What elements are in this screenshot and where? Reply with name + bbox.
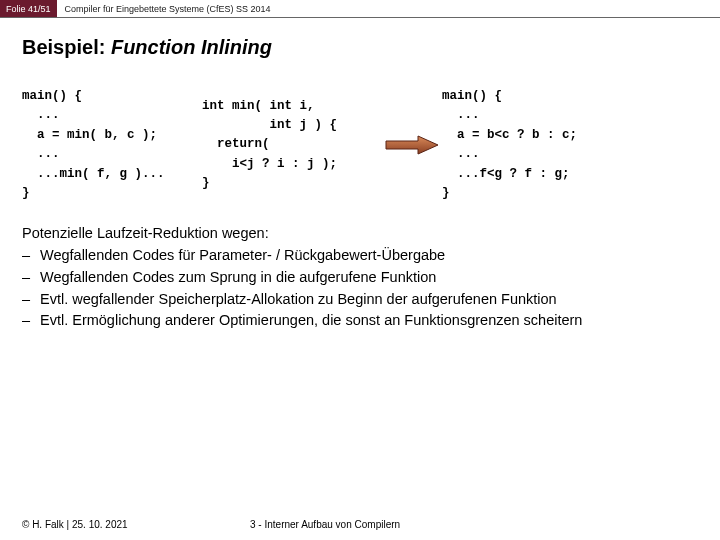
code-function: int min( int i, int j ) { return( i<j ? … — [202, 97, 382, 194]
code-row: main() { ... a = min( b, c ); ... ...min… — [22, 87, 698, 203]
slide-title: Beispiel: Function Inlining — [22, 36, 698, 59]
course-title: Compiler für Eingebettete Systeme (CfES)… — [57, 0, 279, 17]
code-before: main() { ... a = min( b, c ); ... ...min… — [22, 87, 202, 203]
title-prefix: Beispiel: — [22, 36, 111, 58]
arrow-wrap — [382, 134, 442, 156]
svg-marker-0 — [386, 136, 438, 154]
body-intro: Potenzielle Laufzeit-Reduktion wegen: — [22, 223, 698, 245]
body-text: Potenzielle Laufzeit-Reduktion wegen: –W… — [22, 223, 698, 332]
body-item: –Evtl. wegfallender Speicherplatz-Alloka… — [22, 289, 698, 311]
slide-content: Beispiel: Function Inlining main() { ...… — [0, 18, 720, 332]
body-item: –Wegfallenden Codes zum Sprung in die au… — [22, 267, 698, 289]
header-bar: Folie 41/51 Compiler für Eingebettete Sy… — [0, 0, 720, 18]
body-item-text: Wegfallenden Codes zum Sprung in die auf… — [40, 267, 436, 289]
code-after: main() { ... a = b<c ? b : c; ... ...f<g… — [442, 87, 617, 203]
slide-number-badge: Folie 41/51 — [0, 0, 57, 17]
body-item-text: Evtl. Ermöglichung anderer Optimierungen… — [40, 310, 582, 332]
arrow-right-icon — [384, 134, 440, 156]
dash-icon: – — [22, 310, 40, 332]
body-item-text: Wegfallenden Codes für Parameter- / Rück… — [40, 245, 445, 267]
body-item-text: Evtl. wegfallender Speicherplatz-Allokat… — [40, 289, 557, 311]
dash-icon: – — [22, 245, 40, 267]
title-emphasis: Function Inlining — [111, 36, 272, 58]
body-item: –Evtl. Ermöglichung anderer Optimierunge… — [22, 310, 698, 332]
footer-chapter: 3 - Interner Aufbau von Compilern — [240, 519, 720, 530]
dash-icon: – — [22, 289, 40, 311]
footer-copyright: © H. Falk | 25. 10. 2021 — [0, 519, 240, 530]
body-item: –Wegfallenden Codes für Parameter- / Rüc… — [22, 245, 698, 267]
dash-icon: – — [22, 267, 40, 289]
footer: © H. Falk | 25. 10. 2021 3 - Interner Au… — [0, 519, 720, 530]
